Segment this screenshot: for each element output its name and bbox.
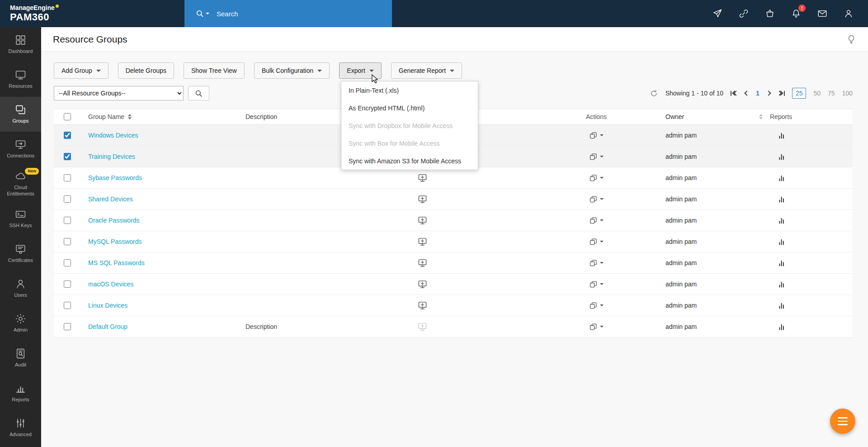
add-resources-icon[interactable] <box>418 216 427 225</box>
menu-item-encrypted-html[interactable]: As Encrypted HTML (.html) <box>341 99 478 117</box>
sidebar-item-resources[interactable]: Resources <box>0 62 41 97</box>
last-page-button[interactable] <box>778 91 785 96</box>
notifications-bell-icon[interactable]: ! <box>791 8 802 19</box>
row-actions-menu[interactable] <box>589 174 604 182</box>
row-reports-icon[interactable] <box>768 153 853 161</box>
row-actions-menu[interactable] <box>589 216 604 225</box>
row-reports-icon[interactable] <box>768 132 853 139</box>
generate-report-button[interactable]: Generate Report <box>391 62 462 79</box>
row-actions-menu[interactable] <box>589 238 604 246</box>
sidebar-item-users[interactable]: Users <box>0 271 41 306</box>
row-checkbox[interactable] <box>64 238 71 245</box>
sidebar-item-reports[interactable]: Reports <box>0 376 41 410</box>
quick-launch-icon[interactable] <box>712 8 723 19</box>
row-checkbox[interactable] <box>64 259 71 266</box>
row-checkbox[interactable] <box>64 153 71 160</box>
previous-page-button[interactable] <box>745 91 749 95</box>
row-reports-icon[interactable] <box>768 195 853 203</box>
group-name-link[interactable]: MySQL Passwords <box>88 238 142 245</box>
help-lightbulb-icon[interactable] <box>846 34 856 44</box>
row-reports-icon[interactable] <box>768 302 853 309</box>
row-checkbox[interactable] <box>64 132 71 139</box>
show-tree-view-label: Show Tree View <box>191 67 237 74</box>
column-owner[interactable]: Owner <box>660 113 768 120</box>
group-name-link[interactable]: Shared Devices <box>88 195 133 203</box>
add-resources-icon[interactable] <box>418 237 427 247</box>
search-scope-caret-icon[interactable] <box>206 13 209 14</box>
page-size-75[interactable]: 75 <box>828 90 835 97</box>
row-actions-menu[interactable] <box>589 195 604 204</box>
row-checkbox[interactable] <box>64 302 71 309</box>
add-resources-icon[interactable] <box>418 258 427 268</box>
row-checkbox[interactable] <box>64 323 71 330</box>
group-name-link[interactable]: Sybase Passwords <box>88 174 142 181</box>
sidebar-item-audit[interactable]: Audit <box>0 341 41 376</box>
admin-icon <box>15 313 26 324</box>
menu-item-plain-text-xls[interactable]: In Plain-Text (.xls) <box>341 81 478 99</box>
group-name-link[interactable]: Linux Devices <box>88 302 127 309</box>
row-reports-icon[interactable] <box>768 238 853 246</box>
row-reports-icon[interactable] <box>768 217 853 224</box>
row-actions-menu[interactable] <box>589 280 604 289</box>
row-actions-menu[interactable] <box>589 301 604 310</box>
sidebar-item-admin[interactable]: Admin <box>0 306 41 341</box>
search-icon[interactable] <box>195 9 204 18</box>
resource-group-filter-select[interactable]: --All Resource Groups-- <box>54 86 184 100</box>
filter-search-button[interactable] <box>188 86 209 100</box>
row-actions-menu[interactable] <box>589 131 604 140</box>
menu-item-sync-amazon-s3[interactable]: Sync with Amazon S3 for Mobile Access <box>341 152 478 170</box>
row-reports-icon[interactable] <box>768 174 853 182</box>
page-size-50[interactable]: 50 <box>813 90 821 97</box>
mail-icon[interactable] <box>817 8 828 19</box>
row-reports-icon[interactable] <box>768 281 853 288</box>
store-icon[interactable] <box>765 8 776 19</box>
show-tree-view-button[interactable]: Show Tree View <box>184 62 245 79</box>
refresh-icon[interactable] <box>650 89 658 98</box>
sidebar-item-certificates[interactable]: Certificates <box>0 236 41 271</box>
group-name-link[interactable]: Default Group <box>88 323 127 330</box>
row-checkbox[interactable] <box>64 174 71 181</box>
sidebar-item-dashboard[interactable]: Dashboard <box>0 27 41 62</box>
row-reports-icon[interactable] <box>768 259 853 267</box>
sidebar-item-groups[interactable]: Groups <box>0 97 41 132</box>
sidebar-item-connections[interactable]: Connections <box>0 132 41 166</box>
export-button[interactable]: Export <box>339 62 381 79</box>
first-page-button[interactable] <box>731 91 738 96</box>
group-name-link[interactable]: MS SQL Passwords <box>88 259 145 266</box>
sidebar-label: Reports <box>12 397 29 403</box>
global-search-input[interactable] <box>217 10 361 18</box>
group-name-link[interactable]: macOS Devices <box>88 281 133 288</box>
sidebar-item-ssh-keys[interactable]: SSH Keys <box>0 201 41 236</box>
page-size-25[interactable]: 25 <box>792 88 807 99</box>
user-account-icon[interactable] <box>844 8 854 19</box>
add-group-button[interactable]: Add Group <box>54 62 108 79</box>
row-checkbox[interactable] <box>64 195 71 203</box>
row-reports-icon[interactable] <box>768 323 853 331</box>
row-checkbox[interactable] <box>64 217 71 224</box>
select-all-checkbox[interactable] <box>64 113 71 120</box>
sidebar-label: SSH Keys <box>9 223 32 229</box>
group-name-link[interactable]: Windows Devices <box>88 132 138 139</box>
bulk-configuration-button[interactable]: Bulk Configuration <box>254 62 330 79</box>
floating-menu-button[interactable] <box>830 409 855 434</box>
sort-icon[interactable] <box>128 114 132 119</box>
row-actions-menu[interactable] <box>589 259 604 267</box>
row-actions-menu[interactable] <box>589 152 604 161</box>
column-group-name[interactable]: Group Name <box>81 113 244 120</box>
delete-groups-button[interactable]: Delete Groups <box>118 62 174 79</box>
group-name-link[interactable]: Training Devices <box>88 153 135 160</box>
add-resources-icon[interactable] <box>418 195 427 204</box>
sidebar-item-advanced[interactable]: Advanced <box>0 410 41 445</box>
sidebar-item-cloud-entitlements[interactable]: New Cloud Entitlements <box>0 166 41 201</box>
add-resources-icon[interactable] <box>418 173 427 183</box>
current-page[interactable]: 1 <box>756 90 760 97</box>
add-resources-icon[interactable] <box>418 301 427 310</box>
row-checkbox[interactable] <box>64 281 71 288</box>
row-actions-menu[interactable] <box>589 323 604 331</box>
group-name-link[interactable]: Oracle Passwords <box>88 217 140 224</box>
next-page-button[interactable] <box>767 91 770 95</box>
sort-icon[interactable] <box>759 114 763 119</box>
page-size-100[interactable]: 100 <box>842 90 853 97</box>
add-resources-icon[interactable] <box>418 280 427 289</box>
password-link-icon[interactable] <box>739 8 750 19</box>
